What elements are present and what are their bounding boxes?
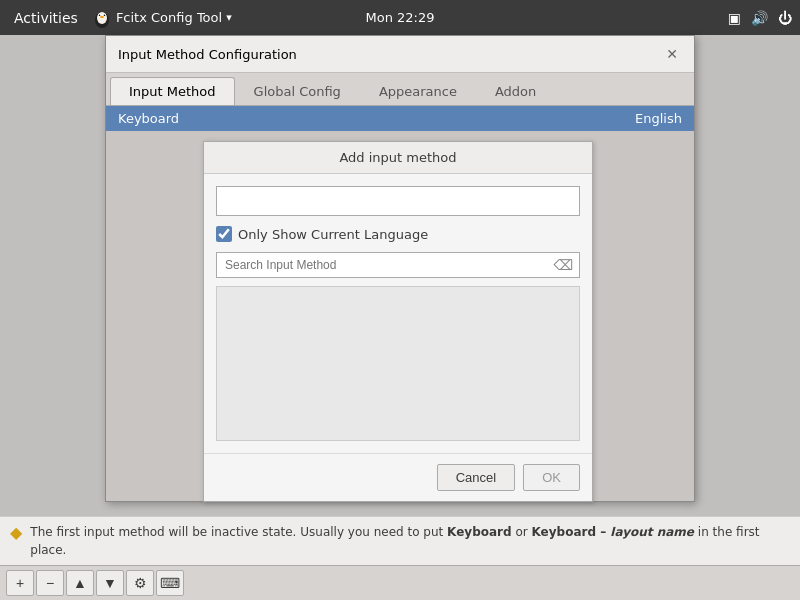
- cancel-button[interactable]: Cancel: [437, 464, 515, 491]
- add-dialog-title: Add input method: [204, 142, 592, 174]
- app-menu-button[interactable]: Fcitx Config Tool ▾: [92, 8, 232, 28]
- checkbox-row: Only Show Current Language: [216, 226, 580, 242]
- keyboard-label: Keyboard: [118, 111, 179, 126]
- svg-point-6: [100, 16, 104, 18]
- im-name-input[interactable]: [216, 186, 580, 216]
- activities-button[interactable]: Activities: [8, 8, 84, 28]
- only-show-label: Only Show Current Language: [238, 227, 428, 242]
- topbar-right: ▣ 🔊 ⏻: [728, 10, 792, 26]
- move-down-button[interactable]: ▼: [96, 570, 124, 596]
- dialog-title: Input Method Configuration: [118, 47, 297, 62]
- content-area: Add input method Only Show Current Langu…: [106, 131, 694, 501]
- top-bar: Activities Fcitx Config Tool ▾ Mon 22:29…: [0, 0, 800, 35]
- power-icon[interactable]: ⏻: [778, 10, 792, 26]
- only-show-checkbox[interactable]: [216, 226, 232, 242]
- clock-display: Mon 22:29: [365, 10, 434, 25]
- tabs-bar: Input Method Global Config Appearance Ad…: [106, 73, 694, 106]
- remove-button[interactable]: −: [36, 570, 64, 596]
- svg-point-5: [104, 14, 106, 16]
- move-up-button[interactable]: ▲: [66, 570, 94, 596]
- search-row: ⌫: [216, 252, 580, 278]
- tab-appearance[interactable]: Appearance: [360, 77, 476, 105]
- main-window: Input Method Configuration ✕ Input Metho…: [0, 35, 800, 600]
- info-bar: ◆ The first input method will be inactiv…: [0, 516, 800, 565]
- dialog-titlebar: Input Method Configuration ✕: [106, 36, 694, 73]
- search-input[interactable]: [217, 253, 547, 277]
- add-button[interactable]: +: [6, 570, 34, 596]
- toolbar: + − ▲ ▼ ⚙ ⌨: [0, 565, 800, 600]
- tux-icon: [92, 8, 112, 28]
- add-im-dialog: Add input method Only Show Current Langu…: [203, 141, 593, 502]
- svg-point-4: [99, 14, 101, 16]
- app-name-label: Fcitx Config Tool: [116, 10, 222, 25]
- info-text: The first input method will be inactive …: [30, 523, 790, 559]
- im-list-area: [216, 286, 580, 441]
- window-list-icon[interactable]: ▣: [728, 10, 741, 26]
- tab-input-method[interactable]: Input Method: [110, 77, 235, 105]
- keyboard-language: English: [635, 111, 682, 126]
- tab-global-config[interactable]: Global Config: [235, 77, 360, 105]
- tab-addon[interactable]: Addon: [476, 77, 555, 105]
- info-icon: ◆: [10, 523, 22, 542]
- search-clear-icon[interactable]: ⌫: [547, 253, 579, 277]
- dialog-buttons: Cancel OK: [204, 453, 592, 501]
- keyboard-row: Keyboard English: [106, 106, 694, 131]
- topbar-left: Activities Fcitx Config Tool ▾: [8, 8, 232, 28]
- close-button[interactable]: ✕: [662, 44, 682, 64]
- dropdown-arrow: ▾: [226, 11, 232, 24]
- ok-button[interactable]: OK: [523, 464, 580, 491]
- keyboard-layout-button[interactable]: ⌨: [156, 570, 184, 596]
- add-dialog-body: Only Show Current Language ⌫: [204, 174, 592, 453]
- tab-content: Keyboard English Add input method Only S…: [106, 106, 694, 501]
- config-dialog: Input Method Configuration ✕ Input Metho…: [105, 35, 695, 502]
- configure-button[interactable]: ⚙: [126, 570, 154, 596]
- volume-icon[interactable]: 🔊: [751, 10, 768, 26]
